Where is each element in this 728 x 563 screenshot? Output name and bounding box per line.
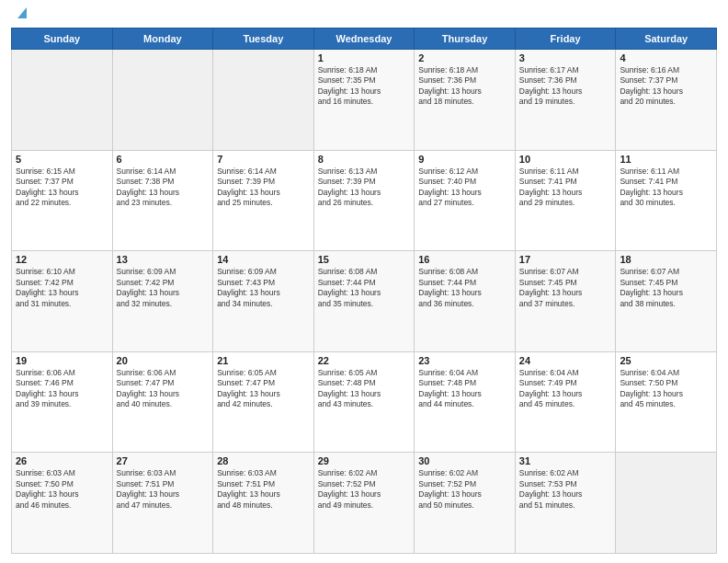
cell-info: Sunrise: 6:02 AMSunset: 7:52 PMDaylight:… bbox=[318, 468, 411, 511]
calendar-cell: 4Sunrise: 6:16 AMSunset: 7:37 PMDaylight… bbox=[616, 50, 717, 151]
day-number: 1 bbox=[318, 52, 411, 63]
cell-info: Sunrise: 6:09 AMSunset: 7:43 PMDaylight:… bbox=[217, 267, 310, 309]
day-number: 12 bbox=[16, 254, 108, 265]
day-number: 7 bbox=[217, 154, 310, 165]
cell-info: Sunrise: 6:04 AMSunset: 7:49 PMDaylight:… bbox=[519, 368, 612, 410]
cell-info: Sunrise: 6:15 AMSunset: 7:37 PMDaylight:… bbox=[16, 167, 108, 209]
calendar-cell: 5Sunrise: 6:15 AMSunset: 7:37 PMDaylight… bbox=[12, 150, 113, 251]
cell-info: Sunrise: 6:08 AMSunset: 7:44 PMDaylight:… bbox=[418, 267, 511, 309]
header bbox=[11, 9, 717, 22]
day-number: 3 bbox=[519, 52, 612, 63]
cell-info: Sunrise: 6:06 AMSunset: 7:46 PMDaylight:… bbox=[16, 368, 108, 410]
calendar-cell: 22Sunrise: 6:05 AMSunset: 7:48 PMDayligh… bbox=[313, 351, 415, 453]
calendar-cell: 11Sunrise: 6:11 AMSunset: 7:41 PMDayligh… bbox=[616, 150, 717, 251]
calendar-cell: 8Sunrise: 6:13 AMSunset: 7:39 PMDaylight… bbox=[313, 150, 415, 251]
calendar-header-sunday: Sunday bbox=[12, 29, 113, 50]
calendar-cell: 10Sunrise: 6:11 AMSunset: 7:41 PMDayligh… bbox=[515, 150, 616, 251]
calendar-cell: 20Sunrise: 6:06 AMSunset: 7:47 PMDayligh… bbox=[112, 351, 213, 453]
cell-info: Sunrise: 6:17 AMSunset: 7:36 PMDaylight:… bbox=[519, 65, 612, 108]
cell-info: Sunrise: 6:11 AMSunset: 7:41 PMDaylight:… bbox=[620, 167, 712, 209]
calendar-cell: 6Sunrise: 6:14 AMSunset: 7:38 PMDaylight… bbox=[112, 150, 213, 251]
calendar-cell: 30Sunrise: 6:02 AMSunset: 7:52 PMDayligh… bbox=[415, 453, 516, 554]
day-number: 21 bbox=[217, 355, 310, 366]
calendar-header-tuesday: Tuesday bbox=[213, 29, 314, 50]
calendar-cell: 23Sunrise: 6:04 AMSunset: 7:48 PMDayligh… bbox=[415, 351, 516, 453]
cell-info: Sunrise: 6:11 AMSunset: 7:41 PMDaylight:… bbox=[519, 167, 612, 209]
day-number: 15 bbox=[318, 254, 411, 265]
calendar-header-friday: Friday bbox=[515, 29, 616, 50]
calendar-cell: 18Sunrise: 6:07 AMSunset: 7:45 PMDayligh… bbox=[616, 251, 717, 352]
day-number: 31 bbox=[519, 455, 612, 466]
calendar-cell: 27Sunrise: 6:03 AMSunset: 7:51 PMDayligh… bbox=[112, 453, 213, 554]
logo bbox=[11, 9, 30, 22]
calendar-cell: 14Sunrise: 6:09 AMSunset: 7:43 PMDayligh… bbox=[213, 251, 314, 352]
day-number: 20 bbox=[117, 355, 210, 366]
cell-info: Sunrise: 6:18 AMSunset: 7:35 PMDaylight:… bbox=[318, 65, 411, 108]
cell-info: Sunrise: 6:04 AMSunset: 7:48 PMDaylight:… bbox=[418, 368, 511, 410]
day-number: 16 bbox=[418, 254, 511, 265]
day-number: 8 bbox=[318, 154, 411, 165]
day-number: 24 bbox=[519, 355, 612, 366]
day-number: 19 bbox=[16, 355, 108, 366]
cell-info: Sunrise: 6:05 AMSunset: 7:47 PMDaylight:… bbox=[217, 368, 310, 410]
calendar-week-row: 19Sunrise: 6:06 AMSunset: 7:46 PMDayligh… bbox=[12, 351, 717, 453]
calendar-cell: 26Sunrise: 6:03 AMSunset: 7:50 PMDayligh… bbox=[12, 453, 113, 554]
day-number: 30 bbox=[418, 455, 511, 466]
day-number: 27 bbox=[117, 455, 210, 466]
day-number: 13 bbox=[117, 254, 210, 265]
day-number: 17 bbox=[519, 254, 612, 265]
day-number: 14 bbox=[217, 254, 310, 265]
cell-info: Sunrise: 6:02 AMSunset: 7:53 PMDaylight:… bbox=[519, 468, 612, 511]
calendar-cell: 24Sunrise: 6:04 AMSunset: 7:49 PMDayligh… bbox=[515, 351, 616, 453]
calendar-cell: 1Sunrise: 6:18 AMSunset: 7:35 PMDaylight… bbox=[313, 50, 415, 151]
cell-info: Sunrise: 6:02 AMSunset: 7:52 PMDaylight:… bbox=[418, 468, 511, 511]
day-number: 28 bbox=[217, 455, 310, 466]
calendar-week-row: 26Sunrise: 6:03 AMSunset: 7:50 PMDayligh… bbox=[12, 453, 717, 554]
cell-info: Sunrise: 6:03 AMSunset: 7:50 PMDaylight:… bbox=[16, 468, 108, 511]
calendar-cell: 3Sunrise: 6:17 AMSunset: 7:36 PMDaylight… bbox=[515, 50, 616, 151]
cell-info: Sunrise: 6:14 AMSunset: 7:38 PMDaylight:… bbox=[117, 167, 210, 209]
day-number: 6 bbox=[117, 154, 210, 165]
day-number: 2 bbox=[418, 52, 511, 63]
day-number: 26 bbox=[16, 455, 108, 466]
calendar-week-row: 1Sunrise: 6:18 AMSunset: 7:35 PMDaylight… bbox=[12, 50, 717, 151]
cell-info: Sunrise: 6:03 AMSunset: 7:51 PMDaylight:… bbox=[217, 468, 310, 511]
day-number: 29 bbox=[318, 455, 411, 466]
page: SundayMondayTuesdayWednesdayThursdayFrid… bbox=[0, 0, 728, 563]
cell-info: Sunrise: 6:18 AMSunset: 7:36 PMDaylight:… bbox=[418, 65, 511, 108]
cell-info: Sunrise: 6:06 AMSunset: 7:47 PMDaylight:… bbox=[117, 368, 210, 410]
calendar-cell: 2Sunrise: 6:18 AMSunset: 7:36 PMDaylight… bbox=[415, 50, 516, 151]
day-number: 18 bbox=[620, 254, 712, 265]
cell-info: Sunrise: 6:03 AMSunset: 7:51 PMDaylight:… bbox=[117, 468, 210, 511]
cell-info: Sunrise: 6:08 AMSunset: 7:44 PMDaylight:… bbox=[318, 267, 411, 309]
calendar-cell: 25Sunrise: 6:04 AMSunset: 7:50 PMDayligh… bbox=[616, 351, 717, 453]
day-number: 22 bbox=[318, 355, 411, 366]
calendar-header-wednesday: Wednesday bbox=[313, 29, 415, 50]
calendar-cell: 31Sunrise: 6:02 AMSunset: 7:53 PMDayligh… bbox=[515, 453, 616, 554]
day-number: 23 bbox=[418, 355, 511, 366]
cell-info: Sunrise: 6:07 AMSunset: 7:45 PMDaylight:… bbox=[620, 267, 712, 309]
calendar-cell: 15Sunrise: 6:08 AMSunset: 7:44 PMDayligh… bbox=[313, 251, 415, 352]
cell-info: Sunrise: 6:13 AMSunset: 7:39 PMDaylight:… bbox=[318, 167, 411, 209]
day-number: 4 bbox=[620, 52, 712, 63]
cell-info: Sunrise: 6:10 AMSunset: 7:42 PMDaylight:… bbox=[16, 267, 108, 309]
calendar-week-row: 5Sunrise: 6:15 AMSunset: 7:37 PMDaylight… bbox=[12, 150, 717, 251]
calendar-cell bbox=[12, 50, 113, 151]
calendar-week-row: 12Sunrise: 6:10 AMSunset: 7:42 PMDayligh… bbox=[12, 251, 717, 352]
cell-info: Sunrise: 6:05 AMSunset: 7:48 PMDaylight:… bbox=[318, 368, 411, 410]
calendar-cell: 29Sunrise: 6:02 AMSunset: 7:52 PMDayligh… bbox=[313, 453, 415, 554]
day-number: 11 bbox=[620, 154, 712, 165]
calendar-header-thursday: Thursday bbox=[415, 29, 516, 50]
calendar-header-saturday: Saturday bbox=[616, 29, 717, 50]
calendar-cell: 19Sunrise: 6:06 AMSunset: 7:46 PMDayligh… bbox=[12, 351, 113, 453]
cell-info: Sunrise: 6:04 AMSunset: 7:50 PMDaylight:… bbox=[620, 368, 712, 410]
calendar-table: SundayMondayTuesdayWednesdayThursdayFrid… bbox=[11, 28, 717, 554]
cell-info: Sunrise: 6:09 AMSunset: 7:42 PMDaylight:… bbox=[117, 267, 210, 309]
cell-info: Sunrise: 6:12 AMSunset: 7:40 PMDaylight:… bbox=[418, 167, 511, 209]
day-number: 10 bbox=[519, 154, 612, 165]
calendar-header-monday: Monday bbox=[112, 29, 213, 50]
calendar-cell bbox=[112, 50, 213, 151]
day-number: 25 bbox=[620, 355, 712, 366]
day-number: 5 bbox=[16, 154, 108, 165]
calendar-cell: 13Sunrise: 6:09 AMSunset: 7:42 PMDayligh… bbox=[112, 251, 213, 352]
